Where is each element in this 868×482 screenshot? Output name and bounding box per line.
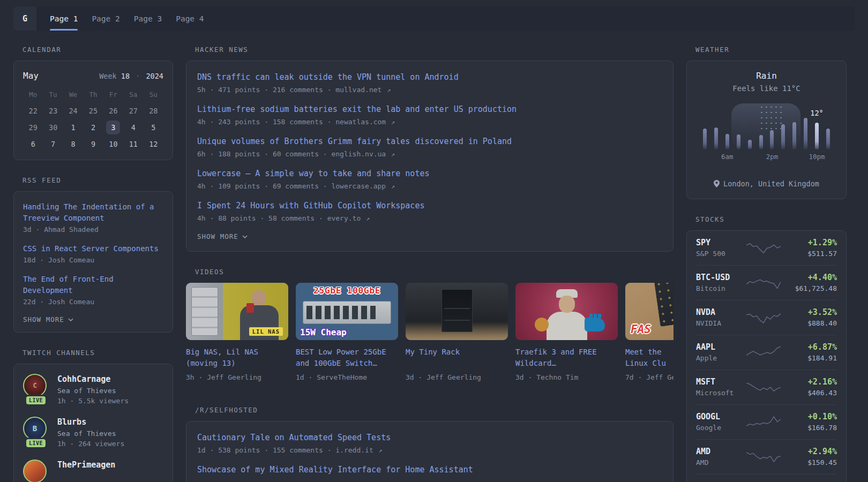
twitch-card: C LIVE CohhCarnage Sea of Thieves 1h · 5… xyxy=(13,364,173,482)
person-graphic xyxy=(559,296,575,313)
rss-item: CSS in React Server Components 18d · Jos… xyxy=(23,243,163,264)
docker-logo-graphic xyxy=(585,318,605,332)
rss-show-more-button[interactable]: SHOW MORE xyxy=(23,315,163,323)
video-card[interactable]: Traefik 3 and FREE Wildcard… 3d · Techno… xyxy=(515,283,618,381)
hackernews-card: DNS traffic can leak outside the VPN tun… xyxy=(186,61,674,252)
stock-name: Microsoft xyxy=(696,389,745,397)
weekday-label: Th xyxy=(83,89,103,102)
news-item-meta[interactable]: 5h · 471 points · 216 comments · mullvad… xyxy=(197,86,662,94)
stock-symbol: MSFT xyxy=(696,377,745,387)
calendar-year: 2024 xyxy=(146,72,163,80)
weather-bar xyxy=(713,117,720,149)
calendar-day: 4 xyxy=(123,119,143,135)
video-card[interactable]: LIL NAS Big NAS, Lil NAS (moving 13) 3h … xyxy=(186,283,288,381)
rss-item-link[interactable]: The End of Front-End Development xyxy=(23,274,163,296)
tab-page-4[interactable]: Page 4 xyxy=(176,6,204,31)
stock-name: Bitcoin xyxy=(696,284,745,292)
stock-change: +0.10% xyxy=(781,412,837,421)
stock-symbol: AAPL xyxy=(696,342,745,352)
calendar-grid: Mo Tu We Th Fr Sa Su 22 23 24 25 26 27 2… xyxy=(23,89,163,152)
video-title-link[interactable]: Meet the Linux Clu xyxy=(625,347,674,369)
stock-name: NVIDIA xyxy=(696,319,745,327)
calendar-day: 6 xyxy=(23,135,43,152)
video-card[interactable]: FAS Meet the Linux Clu 7d · Jeff Geerlin… xyxy=(625,283,674,381)
calendar-card: May Week 18 · 2024 Mo Tu We Th Fr xyxy=(13,61,173,160)
app-logo[interactable]: G xyxy=(13,6,36,31)
twitch-channel-row[interactable]: B LIVE Blurbs Sea of Thieves 1h · 264 vi… xyxy=(23,417,163,448)
video-thumbnail: 25GbE 100GbE 15W Cheap xyxy=(296,283,398,340)
stock-change: +3.52% xyxy=(781,307,837,317)
calendar-day: 11 xyxy=(123,135,143,152)
rss-item: Handling The Indentation of a Treeview C… xyxy=(23,201,163,234)
calendar-week-number: 18 xyxy=(121,72,130,80)
news-item-meta[interactable]: 4h · 88 points · 58 comments · every.to … xyxy=(197,214,662,222)
channel-name: ThePrimeagen xyxy=(57,460,115,470)
weather-time-label: 10pm xyxy=(809,153,825,161)
chevron-down-icon xyxy=(68,318,73,321)
stock-symbol: SPY xyxy=(696,238,745,247)
video-meta: 7d · Jeff Geerling xyxy=(625,373,674,381)
stock-sparkline xyxy=(745,310,781,326)
tab-page-1[interactable]: Page 1 xyxy=(50,6,78,31)
stock-sparkline xyxy=(745,275,781,291)
stock-name: Apple xyxy=(696,354,745,362)
stock-name: AMD xyxy=(696,458,745,466)
video-card[interactable]: 25GbE 100GbE 15W Cheap BEST Low Power 25… xyxy=(296,283,398,381)
rss-item-link[interactable]: Handling The Indentation of a Treeview C… xyxy=(23,201,163,224)
videos-widget: VIDEOS LIL NAS Big NAS, Lil NAS (moving … xyxy=(186,268,674,381)
stock-price: $166.78 xyxy=(781,424,837,432)
news-item-meta[interactable]: 4h · 109 points · 69 comments · lowercas… xyxy=(197,182,662,190)
news-item-link[interactable]: Lowercase – A simple way to take and sha… xyxy=(197,169,429,178)
network-switch-graphic xyxy=(303,301,391,324)
rss-item-link[interactable]: CSS in React Server Components xyxy=(23,243,163,254)
video-thumbnail xyxy=(406,283,508,340)
channel-viewers: 1h · 264 viewers xyxy=(57,440,124,448)
news-item-meta[interactable]: 1d · 538 points · 155 comments · i.redd.… xyxy=(197,446,662,454)
video-title-link[interactable]: BEST Low Power 25GbE and 100GbE Switch… xyxy=(296,347,398,369)
video-thumbnail xyxy=(515,283,618,340)
hackernews-show-more-button[interactable]: SHOW MORE xyxy=(197,232,662,240)
twitch-channel-row[interactable]: C LIVE CohhCarnage Sea of Thieves 1h · 5… xyxy=(23,374,163,405)
news-item-link[interactable]: Unique volumes of Brothers Grimm fairy t… xyxy=(197,137,512,146)
weather-bar xyxy=(735,117,742,149)
twitch-widget: TWITCH CHANNELS C LIVE CohhCarnage Sea o… xyxy=(13,349,173,482)
calendar-week-info: Week 18 · 2024 xyxy=(99,72,163,80)
news-item-link[interactable]: Showcase of my Mixed Reality Interface f… xyxy=(197,465,473,475)
calendar-day: 8 xyxy=(63,135,83,152)
video-title-link[interactable]: Big NAS, Lil NAS (moving 13) xyxy=(186,347,288,369)
motherboard-graphic xyxy=(654,283,674,327)
tab-page-2[interactable]: Page 2 xyxy=(92,6,119,31)
live-badge: LIVE xyxy=(26,396,46,404)
stock-change: +2.94% xyxy=(781,447,837,456)
tab-page-3[interactable]: Page 3 xyxy=(134,6,162,31)
external-link-icon: ↗ xyxy=(366,215,370,222)
stock-row: MSFT Microsoft +2.16% $406.43 xyxy=(696,370,837,405)
weather-bar xyxy=(758,117,765,149)
stock-row: AMD AMD +2.94% $150.45 xyxy=(696,440,837,475)
news-item-link[interactable]: DNS traffic can leak outside the VPN tun… xyxy=(197,72,459,82)
news-item-link[interactable]: I Spent 24 Hours with GitHub Copilot Wor… xyxy=(197,201,424,210)
rss-item-meta: 3d · Ahmad Shadeed xyxy=(23,225,163,234)
video-card[interactable]: My Tiny Rack 3d · Jeff Geerling xyxy=(406,283,508,381)
video-meta: 1d · ServeTheHome xyxy=(296,373,398,381)
weather-widget: WEATHER Rain Feels like 11°C 6am2pm12°10… xyxy=(686,46,847,199)
weather-bar: 2pm xyxy=(768,117,775,149)
video-title-link[interactable]: My Tiny Rack xyxy=(406,347,508,369)
weather-bar: 6am xyxy=(724,117,731,149)
weather-bar xyxy=(746,117,753,149)
video-title-link[interactable]: Traefik 3 and FREE Wildcard… xyxy=(515,347,618,369)
twitch-channel-row[interactable]: ThePrimeagen xyxy=(23,460,163,482)
calendar-day: 26 xyxy=(103,102,123,119)
calendar-day: 10 xyxy=(103,135,123,152)
stock-price: $184.91 xyxy=(781,354,837,362)
dashboard-page: G Page 1 Page 2 Page 3 Page 4 CALENDAR M… xyxy=(0,0,868,482)
calendar-section-title: CALENDAR xyxy=(23,46,173,54)
rss-widget: RSS FEED Handling The Indentation of a T… xyxy=(13,176,173,333)
news-item-link[interactable]: Lithium-free sodium batteries exit the l… xyxy=(197,104,517,114)
external-link-icon: ↗ xyxy=(391,183,395,190)
news-item-meta[interactable]: 6h · 188 points · 60 comments · english.… xyxy=(197,150,662,158)
news-item-link[interactable]: Cautionary Tale on Automated Speed Tests xyxy=(197,433,391,442)
weather-feels-like: Feels like 11°C xyxy=(696,84,837,93)
news-item-meta[interactable]: 4h · 243 points · 158 comments · newatla… xyxy=(197,118,662,126)
weekday-label: Sa xyxy=(123,89,143,102)
